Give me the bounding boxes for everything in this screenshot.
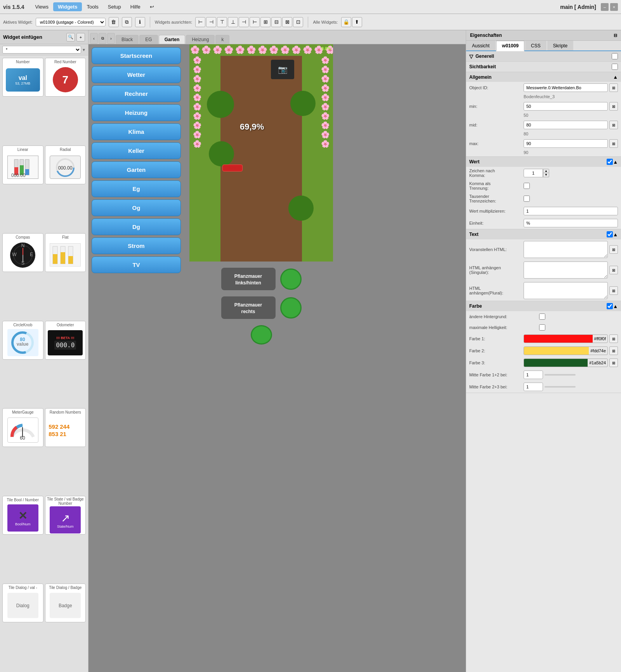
view-tab-prev[interactable]: ‹	[90, 33, 98, 44]
tab-eg[interactable]: EG	[139, 35, 158, 44]
nav-btn-keller[interactable]: Keller	[92, 142, 181, 159]
farbe1-swatch[interactable]: #ff0f0f	[524, 334, 608, 343]
tab-css[interactable]: CSS	[525, 41, 546, 50]
min-clear-btn[interactable]: ⊠	[609, 102, 618, 111]
html-singular-clear-btn[interactable]: ⊠	[609, 266, 618, 274]
section-sichtbarkeit-cb[interactable]	[612, 64, 618, 70]
nav-btn-strom[interactable]: Strom	[92, 237, 181, 254]
zeichen-up[interactable]: ▲	[543, 169, 549, 173]
tab-skripte[interactable]: Skripte	[547, 41, 573, 50]
section-text-header[interactable]: Text ▲	[466, 229, 621, 239]
export-all-btn[interactable]: ⬆	[352, 17, 362, 27]
widget-card-radial[interactable]: Radial 000.00	[45, 145, 86, 184]
align-6[interactable]: ⊡	[293, 17, 303, 27]
mid-input[interactable]	[524, 121, 608, 129]
props-expand-btn[interactable]: ⊟	[614, 33, 617, 38]
widget-card-tilebool[interactable]: Tile Bool / Number ✕ Bool/Num	[2, 496, 43, 535]
pflanzmauer-rechts-btn[interactable]: Pflanzmauerrechts	[221, 296, 276, 319]
sidebar-add-btn[interactable]: +	[76, 33, 85, 42]
min-input[interactable]	[524, 102, 608, 111]
html-plural-input[interactable]	[524, 282, 608, 299]
view-tab-copy[interactable]: ⧉	[99, 33, 106, 44]
widget-card-metergauge[interactable]: MeterGauge 60	[2, 408, 43, 447]
tab-black[interactable]: Black	[116, 35, 139, 44]
html-plural-clear-btn[interactable]: ⊠	[609, 286, 618, 295]
nav-btn-dg[interactable]: Dg	[92, 218, 181, 235]
zeichen-input[interactable]	[524, 169, 543, 177]
komma-trennung-cb[interactable]	[524, 183, 530, 189]
menu-back[interactable]: ↩	[145, 2, 159, 11]
align-center-v[interactable]: ⊥	[228, 17, 238, 27]
align-bottom[interactable]: ⊢	[250, 17, 260, 27]
section-generell-cb[interactable]	[612, 53, 618, 59]
info-widget-btn[interactable]: ℹ	[135, 17, 145, 27]
allgemein-collapse[interactable]: ▲	[613, 74, 618, 80]
menu-hilfe[interactable]: Hilfe	[126, 2, 145, 11]
widget-card-tiledialog[interactable]: Tile Dialog / val - Dialog	[2, 584, 43, 622]
widget-card-odometer[interactable]: Odometer !!! BETA !!! 000.0	[45, 321, 86, 360]
align-left[interactable]: ⊢	[195, 17, 205, 27]
farbe3-swatch[interactable]: #1a5b24	[524, 359, 608, 367]
voranstellen-clear-btn[interactable]: ⊠	[609, 245, 618, 254]
farbe-collapse[interactable]: ▲	[613, 303, 618, 309]
nav-btn-heizung[interactable]: Heizung	[92, 104, 181, 121]
nav-btn-klima[interactable]: Klima	[92, 123, 181, 140]
minimize-btn[interactable]: –	[601, 3, 609, 11]
farbe3-clear-btn[interactable]: ⊠	[609, 359, 618, 367]
menu-widgets[interactable]: Widgets	[53, 2, 82, 11]
tab-garten[interactable]: Garten	[159, 35, 186, 44]
farbe2-clear-btn[interactable]: ⊠	[609, 346, 618, 355]
menu-views[interactable]: Views	[31, 2, 53, 11]
pflanzmauer-links-btn[interactable]: Pflanzmauerlinks/hinten	[221, 268, 276, 290]
tab-aussicht[interactable]: Aussicht	[466, 41, 495, 50]
max-input[interactable]	[524, 139, 608, 148]
mitte23-input[interactable]	[524, 383, 543, 391]
farbe1-clear-btn[interactable]: ⊠	[609, 334, 618, 343]
align-top[interactable]: ⊤	[217, 17, 227, 27]
distribute-v[interactable]: ⊟	[271, 17, 281, 27]
align-center-h[interactable]: ⊣	[206, 17, 216, 27]
nav-btn-eg[interactable]: Eg	[92, 180, 181, 197]
align-right[interactable]: ⊣	[239, 17, 249, 27]
wert-multi-input[interactable]	[524, 207, 618, 215]
green-circle-1[interactable]	[280, 268, 302, 290]
max-clear-btn[interactable]: ⊠	[609, 139, 618, 148]
mid-clear-btn[interactable]: ⊠	[609, 121, 618, 129]
nav-btn-og[interactable]: Og	[92, 199, 181, 216]
einheit-input[interactable]	[524, 219, 618, 227]
tab-w01009[interactable]: w01009	[496, 41, 524, 51]
widget-card-number[interactable]: Number val 53, 27MB	[2, 58, 43, 97]
section-wert-header[interactable]: Wert ▲	[466, 157, 621, 167]
object-id-input[interactable]	[524, 83, 608, 92]
align-5[interactable]: ⊠	[282, 17, 292, 27]
farbe3-color-box[interactable]	[524, 359, 588, 367]
andere-hintergrund-cb[interactable]	[539, 313, 545, 320]
section-text-cb[interactable]	[607, 231, 613, 237]
farbe2-swatch[interactable]: #fdd74e	[524, 346, 608, 355]
mitte12-input[interactable]	[524, 371, 543, 379]
nav-btn-rechner[interactable]: Rechner	[92, 85, 181, 102]
max-hell-cb[interactable]	[539, 324, 545, 331]
widget-card-linear[interactable]: Linear 000.00	[2, 145, 43, 184]
section-farbe-cb[interactable]	[607, 303, 613, 309]
close-btn[interactable]: ×	[610, 3, 618, 11]
copy-widget-btn[interactable]: ⧉	[122, 17, 132, 27]
widget-card-red-number[interactable]: Red Number 7	[45, 58, 86, 97]
mitte23-slider[interactable]	[545, 386, 576, 388]
sidebar-search-btn[interactable]: 🔍	[66, 33, 75, 42]
widget-card-flat[interactable]: Flat	[45, 233, 86, 272]
tab-heizung[interactable]: Heizung	[186, 35, 215, 44]
widget-card-tiledial2[interactable]: Tile Dialog / Badge Badge	[45, 584, 86, 622]
widget-select[interactable]: w01009 (justgage - Colored)	[36, 18, 106, 26]
section-allgemein-header[interactable]: Allgemein ▲	[466, 72, 621, 82]
text-collapse[interactable]: ▲	[613, 232, 618, 237]
view-tab-next[interactable]: ›	[107, 33, 115, 44]
tausender-cb[interactable]	[524, 196, 530, 202]
nav-btn-garten[interactable]: Garten	[92, 161, 181, 178]
nav-btn-wetter[interactable]: Wetter	[92, 66, 181, 83]
object-id-clear-btn[interactable]: ⊠	[609, 83, 618, 92]
section-farbe-header[interactable]: Farbe ▲	[466, 301, 621, 311]
farbe2-color-box[interactable]	[524, 346, 589, 355]
farbe1-color-box[interactable]	[524, 334, 593, 343]
distribute-h[interactable]: ⊞	[260, 17, 271, 27]
